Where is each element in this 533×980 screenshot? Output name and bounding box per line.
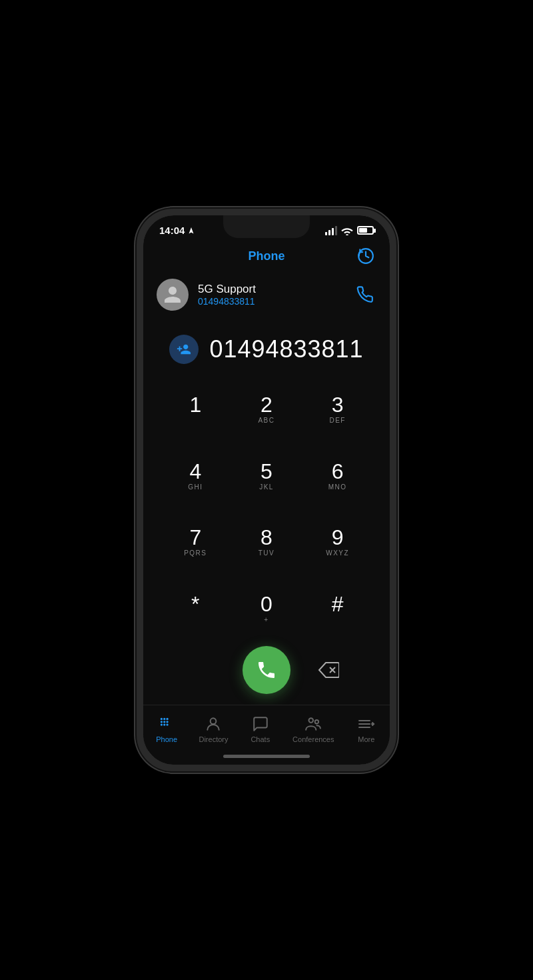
status-icons	[325, 226, 374, 235]
nav-label-phone: Phone	[156, 735, 177, 743]
dial-key-4[interactable]: 4 GHI	[163, 447, 228, 507]
header: Phone	[143, 240, 390, 273]
home-indicator	[143, 751, 390, 765]
dialed-number: 01494833811	[209, 335, 363, 363]
signal-bar-3	[332, 228, 334, 235]
battery-icon	[357, 226, 374, 235]
key-letters: DEF	[329, 417, 346, 426]
svg-point-10	[163, 723, 165, 725]
call-button[interactable]	[243, 646, 290, 694]
dialpad-grid: 1 2 ABC 3 DEF 4 GHI 5 JKL 6 MNO 7 PQRS 8…	[150, 380, 383, 639]
nav-label-directory: Directory	[199, 735, 228, 743]
nav-item-conferences[interactable]: Conferences	[287, 712, 339, 746]
wifi-icon	[341, 226, 353, 235]
dial-key-3[interactable]: 3 DEF	[305, 380, 370, 440]
nav-label-more: More	[358, 735, 374, 743]
dial-key-0[interactable]: 0 +	[235, 579, 299, 639]
dial-key-7[interactable]: 7 PQRS	[163, 513, 228, 573]
nav-item-phone[interactable]: Phone	[147, 712, 187, 746]
svg-point-12	[211, 718, 217, 724]
phone-frame: 14:04	[137, 209, 396, 771]
page-title: Phone	[178, 249, 355, 263]
delete-button[interactable]	[314, 655, 343, 685]
key-letters: +	[264, 616, 268, 625]
signal-bar-2	[328, 230, 330, 235]
dial-key-*[interactable]: *	[163, 579, 228, 639]
battery-fill	[359, 228, 367, 233]
dial-key-9[interactable]: 9 WXYZ	[305, 513, 370, 573]
svg-point-8	[167, 721, 169, 723]
signal-bar-1	[325, 232, 327, 235]
contact-call-button[interactable]	[354, 283, 376, 306]
contact-text: 5G Support 01494833811	[198, 283, 256, 307]
directory-nav-icon	[204, 715, 223, 733]
more-nav-icon	[357, 715, 376, 733]
chats-nav-icon	[251, 715, 270, 733]
signal-bars	[325, 226, 337, 235]
svg-point-4	[163, 718, 165, 720]
key-digit: 6	[332, 461, 344, 482]
svg-point-6	[161, 721, 163, 723]
status-time: 14:04	[159, 225, 195, 236]
dial-key-5[interactable]: 5 JKL	[235, 447, 299, 507]
conferences-nav-icon	[304, 715, 322, 733]
key-digit: 4	[189, 461, 201, 482]
contact-info: 5G Support 01494833811	[157, 279, 256, 311]
nav-item-chats[interactable]: Chats	[241, 712, 280, 746]
contact-phone: 01494833811	[198, 296, 256, 307]
key-digit: 1	[189, 394, 201, 415]
dialpad-actions	[150, 639, 383, 705]
dial-key-1[interactable]: 1	[163, 380, 228, 440]
nav-label-conferences: Conferences	[292, 735, 334, 743]
phone-nav-icon	[157, 715, 176, 733]
key-digit: 3	[332, 394, 344, 415]
contact-name: 5G Support	[198, 283, 256, 296]
key-letters: GHI	[188, 483, 203, 493]
contact-avatar	[157, 279, 189, 311]
svg-point-13	[309, 718, 314, 723]
dial-key-6[interactable]: 6 MNO	[305, 447, 370, 507]
svg-point-7	[163, 721, 165, 723]
key-letters: PQRS	[184, 549, 207, 559]
home-bar	[223, 755, 310, 758]
dialpad-area: 01494833811 1 2 ABC 3 DEF 4 GHI 5 JKL 6 …	[143, 321, 390, 705]
nav-item-more[interactable]: More	[346, 712, 386, 746]
history-button[interactable]	[355, 245, 376, 267]
svg-point-5	[167, 718, 169, 720]
dial-key-8[interactable]: 8 TUV	[235, 513, 299, 573]
notch	[223, 215, 310, 238]
svg-point-3	[161, 718, 163, 720]
key-digit: 0	[261, 593, 272, 615]
key-digit: 7	[189, 527, 201, 548]
signal-bar-4	[335, 226, 337, 235]
key-letters: JKL	[259, 483, 274, 493]
location-icon	[187, 227, 195, 235]
key-letters: MNO	[328, 483, 347, 493]
add-contact-button[interactable]	[169, 335, 199, 364]
time-display: 14:04	[159, 225, 185, 236]
number-display: 01494833811	[150, 321, 383, 380]
key-letters: ABC	[258, 417, 274, 426]
key-digit: 9	[332, 527, 344, 548]
nav-item-directory[interactable]: Directory	[193, 712, 233, 746]
screen: 14:04	[143, 215, 390, 765]
key-digit: 5	[261, 461, 272, 482]
key-digit: 8	[261, 527, 272, 548]
svg-point-9	[161, 723, 163, 725]
key-digit: *	[191, 593, 199, 615]
dial-key-2[interactable]: 2 ABC	[235, 380, 299, 440]
contact-row: 5G Support 01494833811	[143, 273, 390, 321]
key-digit: #	[332, 593, 344, 615]
dial-key-#[interactable]: #	[305, 579, 370, 639]
key-letters: WXYZ	[326, 549, 349, 559]
key-letters: TUV	[259, 549, 275, 559]
key-digit: 2	[261, 394, 272, 415]
svg-point-11	[167, 723, 169, 725]
nav-label-chats: Chats	[251, 735, 270, 743]
bottom-nav: Phone Directory Chats	[143, 705, 390, 751]
svg-point-14	[315, 720, 318, 723]
